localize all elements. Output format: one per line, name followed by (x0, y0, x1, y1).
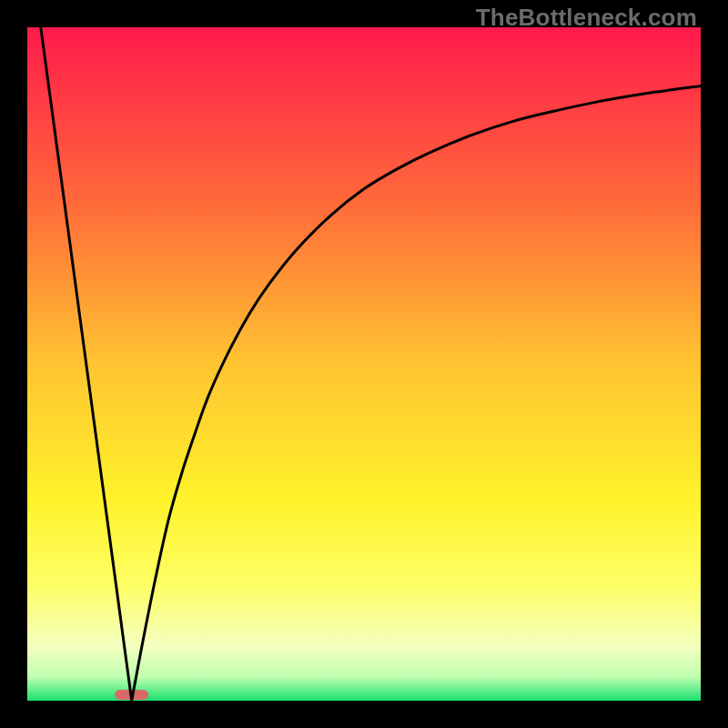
gradient-background (27, 27, 701, 701)
watermark-text: TheBottleneck.com (476, 4, 697, 32)
plot-area (27, 27, 701, 701)
chart-frame: TheBottleneck.com (0, 0, 728, 728)
chart-svg (27, 27, 701, 701)
